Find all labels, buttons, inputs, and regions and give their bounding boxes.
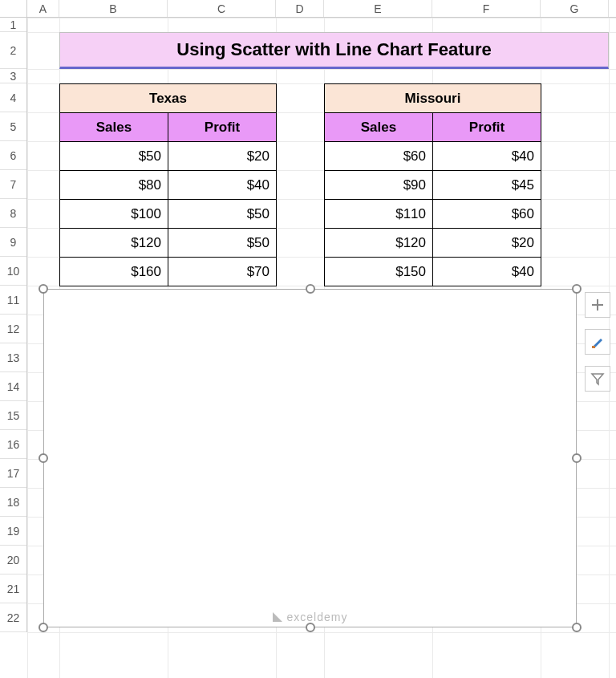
- resize-handle[interactable]: [572, 453, 582, 463]
- chart-object-selected[interactable]: exceldemy: [43, 289, 577, 627]
- row-header-21[interactable]: 21: [0, 574, 26, 603]
- cell[interactable]: $50: [60, 142, 168, 171]
- cell[interactable]: $20: [168, 142, 277, 171]
- col-header-G[interactable]: G: [541, 0, 609, 17]
- column-headers: ABCDEFG: [0, 0, 616, 18]
- col-header-E[interactable]: E: [324, 0, 432, 17]
- cell[interactable]: $50: [168, 200, 277, 229]
- cell[interactable]: $60: [325, 142, 433, 171]
- row-header-18[interactable]: 18: [0, 488, 26, 517]
- plus-icon: [590, 298, 605, 312]
- resize-handle[interactable]: [306, 623, 315, 632]
- row-header-14[interactable]: 14: [0, 372, 26, 401]
- col-header-profit[interactable]: Profit: [168, 113, 277, 142]
- state-header[interactable]: Missouri: [325, 84, 541, 113]
- row-header-2[interactable]: 2: [0, 32, 26, 69]
- row-header-22[interactable]: 22: [0, 603, 26, 632]
- resize-handle[interactable]: [38, 284, 48, 294]
- cell[interactable]: $110: [325, 200, 433, 229]
- cell[interactable]: $45: [433, 171, 541, 200]
- resize-handle[interactable]: [306, 284, 315, 294]
- row-header-8[interactable]: 8: [0, 199, 26, 228]
- resize-handle[interactable]: [572, 284, 582, 294]
- row-header-10[interactable]: 10: [0, 257, 26, 286]
- row-header-6[interactable]: 6: [0, 141, 26, 170]
- row-header-11[interactable]: 11: [0, 286, 26, 315]
- cell[interactable]: $150: [325, 258, 433, 286]
- row-header-1[interactable]: 1: [0, 18, 26, 32]
- row-header-4[interactable]: 4: [0, 83, 26, 112]
- resize-handle[interactable]: [38, 623, 48, 632]
- col-header-profit[interactable]: Profit: [433, 113, 541, 142]
- cell[interactable]: $50: [168, 229, 277, 258]
- row-header-9[interactable]: 9: [0, 228, 26, 257]
- cell[interactable]: $40: [168, 171, 277, 200]
- cell[interactable]: $120: [60, 229, 168, 258]
- chart-side-buttons: [585, 292, 610, 392]
- filter-icon: [590, 371, 605, 386]
- row-header-13[interactable]: 13: [0, 343, 26, 372]
- svg-rect-0: [592, 346, 595, 348]
- col-header-sales[interactable]: Sales: [60, 113, 168, 142]
- row-header-15[interactable]: 15: [0, 401, 26, 430]
- state-header[interactable]: Texas: [60, 84, 277, 113]
- row-header-16[interactable]: 16: [0, 430, 26, 459]
- col-header-B[interactable]: B: [59, 0, 168, 17]
- brush-icon: [590, 335, 605, 349]
- cell[interactable]: $40: [433, 142, 541, 171]
- row-header-12[interactable]: 12: [0, 315, 26, 343]
- watermark: exceldemy: [271, 611, 348, 623]
- col-header-A[interactable]: A: [27, 0, 59, 17]
- cell[interactable]: $80: [60, 171, 168, 200]
- cell[interactable]: $120: [325, 229, 433, 258]
- row-headers: 12345678910111213141516171819202122: [0, 18, 27, 632]
- select-all-corner[interactable]: [0, 0, 27, 17]
- cell[interactable]: $20: [433, 229, 541, 258]
- row-header-17[interactable]: 17: [0, 459, 26, 488]
- watermark-text: exceldemy: [287, 611, 348, 623]
- cell[interactable]: $100: [60, 200, 168, 229]
- cell[interactable]: $90: [325, 171, 433, 200]
- chart-elements-button[interactable]: [585, 292, 610, 318]
- resize-handle[interactable]: [572, 623, 582, 632]
- col-header-D[interactable]: D: [276, 0, 324, 17]
- chart-styles-button[interactable]: [585, 329, 610, 355]
- title-banner: Using Scatter with Line Chart Feature: [59, 32, 609, 69]
- row-header-5[interactable]: 5: [0, 112, 26, 141]
- data-table-texas[interactable]: TexasSalesProfit$50$20$80$40$100$50$120$…: [59, 83, 277, 286]
- cell[interactable]: $70: [168, 258, 277, 286]
- data-table-missouri[interactable]: MissouriSalesProfit$60$40$90$45$110$60$1…: [324, 83, 541, 286]
- row-header-7[interactable]: 7: [0, 170, 26, 199]
- row-header-3[interactable]: 3: [0, 69, 26, 83]
- col-header-sales[interactable]: Sales: [325, 113, 433, 142]
- col-header-C[interactable]: C: [168, 0, 276, 17]
- cell[interactable]: $40: [433, 258, 541, 286]
- row-header-19[interactable]: 19: [0, 517, 26, 546]
- col-header-F[interactable]: F: [432, 0, 541, 17]
- resize-handle[interactable]: [38, 453, 48, 463]
- chart-filters-button[interactable]: [585, 366, 610, 392]
- row-header-20[interactable]: 20: [0, 546, 26, 574]
- cell[interactable]: $160: [60, 258, 168, 286]
- cell[interactable]: $60: [433, 200, 541, 229]
